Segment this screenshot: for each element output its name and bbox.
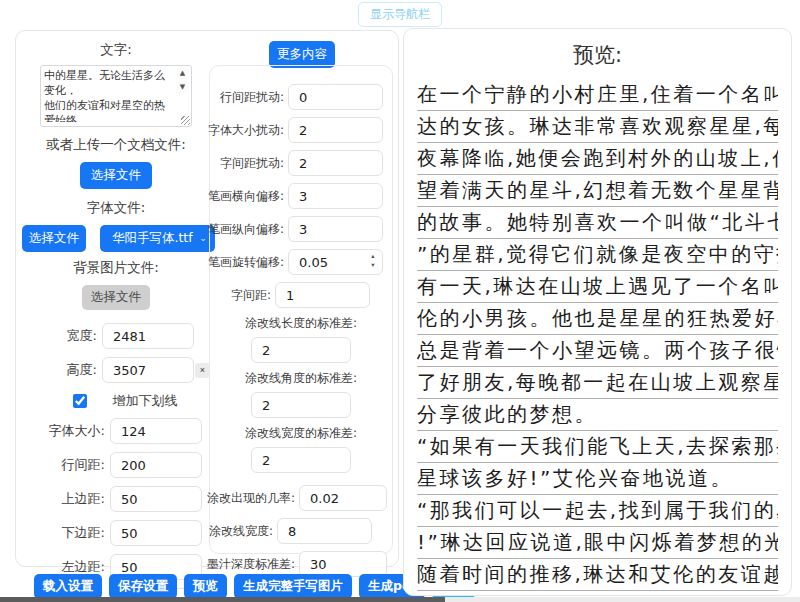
line-jitter-row: 行间距扰动: [210, 84, 383, 110]
number-spinner[interactable]: ▴ ▾ [369, 252, 377, 270]
stroke-h-offset-input[interactable] [288, 183, 383, 209]
font-choose-file-button[interactable]: 选择文件 [22, 225, 86, 252]
correction-width-label: 涂改线宽度: [209, 523, 273, 540]
correction-angle-std-input[interactable] [251, 392, 351, 418]
stroke-rotation-row: 笔画旋转偏移: ▴ ▾ [210, 249, 383, 275]
height-label: 高度: [67, 361, 97, 379]
handwriting-preview: 在一个宁静的小村庄里,住着一个名叫琳 达的女孩。琳达非常喜欢观察星星,每当 夜幕… [417, 79, 778, 596]
text-input[interactable]: 中的星星。无论生活多么变化， 他们的友谊和对星空的热爱始终 闪耀着光芒。 [44, 68, 174, 122]
show-navbar-button[interactable]: 显示导航栏 [358, 2, 442, 27]
top-margin-input[interactable] [110, 486, 202, 512]
settings-panel: 文字: 中的星星。无论生活多么变化， 他们的友谊和对星空的热爱始终 闪耀着光芒。… [15, 30, 399, 567]
fontsize-jitter-row: 字体大小扰动: [210, 117, 383, 143]
scroll-up-icon[interactable]: ▲ [176, 68, 189, 79]
save-settings-button[interactable]: 保存设置 [109, 574, 177, 599]
charspacing-jitter-label: 字间距扰动: [220, 155, 284, 172]
scroll-down-icon[interactable]: ▼ [176, 82, 189, 93]
advanced-settings-panel: 行间距扰动: 字体大小扰动: 字间距扰动: 笔画横向偏移: 笔画纵向偏移: 笔画… [209, 65, 393, 554]
fontsize-jitter-input[interactable] [288, 117, 383, 143]
correction-probability-row: 涂改出现的几率: [210, 485, 387, 511]
handwriting-line: 夜幕降临,她便会跑到村外的山坡上,仰 [417, 143, 778, 175]
fontsize-jitter-label: 字体大小扰动: [208, 122, 284, 139]
handwriting-line: ”的星群,觉得它们就像是夜空中的守护者。 [417, 239, 778, 271]
resize-handle-icon[interactable] [181, 116, 190, 125]
font-size-row: 字体大小: [16, 418, 202, 444]
correction-angle-std-label: 涂改线角度的标准差: [210, 370, 392, 387]
handwriting-line: 有一天,琳达在山坡上遇见了一个名叫艾 [417, 271, 778, 303]
text-label: 文字: [16, 41, 216, 59]
preview-panel: 预览: 在一个宁静的小村庄里,住着一个名叫琳 达的女孩。琳达非常喜欢观察星星,每… [403, 28, 792, 596]
correction-width-std-row: 涂改线宽度的标准差: [210, 425, 392, 473]
correction-width-row: 涂改线宽度: [210, 518, 372, 544]
bottom-margin-label: 下边距: [62, 524, 105, 542]
handwriting-line: 的故事。她特别喜欢一个叫做“北斗七星 [417, 207, 778, 239]
correction-width-input[interactable] [277, 518, 372, 544]
handwriting-line: 分享彼此的梦想。 [417, 399, 778, 431]
spinner-down-icon[interactable]: ▾ [371, 261, 374, 269]
width-input[interactable] [102, 323, 194, 349]
height-input[interactable] [102, 357, 194, 383]
correction-length-std-input[interactable] [251, 337, 351, 363]
bottom-margin-input[interactable] [110, 520, 202, 546]
doc-choose-file-button[interactable]: 选择文件 [80, 162, 152, 189]
preview-title: 预览: [404, 41, 791, 69]
top-margin-row: 上边距: [16, 486, 202, 512]
font-size-input[interactable] [110, 418, 202, 444]
ink-depth-std-label: 墨汁深度标准差: [207, 556, 295, 573]
load-settings-button[interactable]: 载入设置 [34, 574, 102, 599]
width-label: 宽度: [67, 327, 97, 345]
text-input-wrapper: 中的星星。无论生活多么变化， 他们的友谊和对星空的热爱始终 闪耀着光芒。 ▲ ▼ [40, 65, 192, 127]
handwriting-line: 了好朋友,每晚都一起在山坡上观察星星, [417, 367, 778, 399]
handwriting-line: !”琳达回应说道,眼中闪烁着梦想的光芒。 [417, 527, 778, 559]
correction-width-std-label: 涂改线宽度的标准差: [210, 425, 392, 442]
stroke-v-offset-input[interactable] [288, 216, 383, 242]
chevron-down-icon: ⌄ [199, 233, 207, 243]
more-content-button[interactable]: 更多内容 [269, 41, 335, 68]
font-file-row: 选择文件 华阳手写体.ttf ⌄ [22, 225, 216, 252]
line-spacing-label: 行间距: [62, 456, 105, 474]
stroke-v-offset-label: 笔画纵向偏移: [208, 221, 284, 238]
correction-width-std-input[interactable] [251, 447, 351, 473]
stroke-h-offset-label: 笔画横向偏移: [208, 188, 284, 205]
preview-button[interactable]: 预览 [184, 574, 227, 599]
handwriting-line: “那我们可以一起去,找到属于我们的星星 [417, 495, 778, 527]
underline-checkbox[interactable] [73, 394, 87, 408]
handwriting-line: 望着满天的星斗,幻想着无数个星星背后 [417, 175, 778, 207]
font-size-label: 字体大小: [49, 422, 105, 440]
horizontal-scrollbar[interactable] [0, 597, 800, 602]
handwriting-line: 伦的小男孩。他也是星星的狂热爱好者, [417, 303, 778, 335]
upload-doc-label: 或者上传一个文档文件: [16, 136, 216, 154]
bg-choose-file-button[interactable]: 选择文件 [82, 285, 150, 310]
bg-image-label: 背景图片文件: [16, 259, 216, 277]
line-jitter-input[interactable] [288, 84, 383, 110]
correction-angle-std-row: 涂改线角度的标准差: [210, 370, 392, 418]
charspacing-jitter-row: 字间距扰动: [210, 150, 383, 176]
scrollbar-thumb[interactable] [0, 597, 445, 602]
line-jitter-label: 行间距扰动: [220, 89, 284, 106]
handwriting-line: 星球该多好!”艾伦兴奋地说道。 [417, 463, 778, 495]
handwriting-line: 来越深厚,他们开始制定一个大胆的计划 [417, 591, 778, 596]
font-file-label: 字体文件: [16, 199, 216, 217]
charspacing-label: 字间距: [231, 287, 271, 304]
bottom-margin-row: 下边距: [16, 520, 202, 546]
handwriting-line: 在一个宁静的小村庄里,住着一个名叫琳 [417, 79, 778, 111]
underline-label: 增加下划线 [113, 392, 178, 410]
handwriting-line: 达的女孩。琳达非常喜欢观察星星,每当 [417, 111, 778, 143]
generate-image-button[interactable]: 生成完整手写图片 [234, 574, 352, 599]
line-spacing-input[interactable] [110, 452, 202, 478]
height-row: 高度: × [16, 357, 194, 383]
width-row: 宽度: [16, 323, 194, 349]
charspacing-input[interactable] [275, 282, 370, 308]
correction-length-std-label: 涂改线长度的标准差: [210, 315, 392, 332]
charspacing-row: 字间距: [210, 282, 370, 308]
close-icon[interactable]: × [195, 363, 210, 378]
correction-probability-label: 涂改出现的几率: [207, 490, 295, 507]
handwriting-line: 总是背着一个小望远镜。两个孩子很快成 [417, 335, 778, 367]
font-select[interactable]: 华阳手写体.ttf ⌄ [100, 225, 215, 252]
settings-left-column: 文字: 中的星星。无论生活多么变化， 他们的友谊和对星空的热爱始终 闪耀着光芒。… [16, 31, 216, 602]
top-margin-label: 上边距: [62, 490, 105, 508]
stroke-v-offset-row: 笔画纵向偏移: [210, 216, 383, 242]
spinner-up-icon[interactable]: ▴ [371, 252, 374, 260]
charspacing-jitter-input[interactable] [288, 150, 383, 176]
correction-probability-input[interactable] [299, 485, 387, 511]
